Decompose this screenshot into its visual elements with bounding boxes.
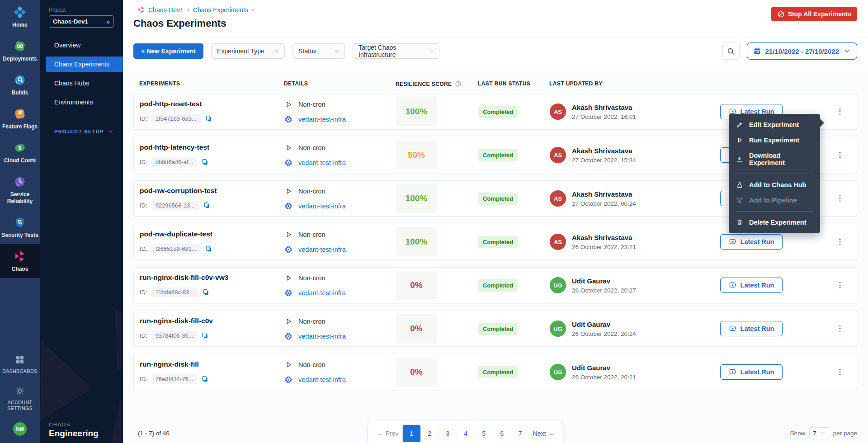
latest-run-button[interactable]: Latest Run (720, 364, 783, 380)
avatar[interactable]: AS (550, 190, 566, 207)
menu-item-1-label: Run Experiment (749, 137, 799, 144)
row-menu-button[interactable] (833, 105, 847, 118)
sidebar-item-3[interactable]: Environments (40, 94, 123, 110)
module-1-icon (14, 40, 26, 52)
experiment-cell-3: pod-nw-duplicate-test ID: f26651d9-681..… (134, 230, 281, 254)
avatar[interactable]: UG (550, 277, 566, 293)
sidebar-item-account-settings[interactable]: ACCOUNT SETTINGS (0, 380, 40, 417)
resilience-score-info-icon[interactable] (455, 80, 462, 87)
sidebar-item-1[interactable]: Chaos Experiments (46, 57, 123, 72)
sidebar-module-3[interactable]: Feature Flags (0, 102, 40, 136)
page-button-3[interactable]: 4 (457, 425, 475, 442)
latest-run-button[interactable]: Latest Run (720, 234, 783, 250)
target-infrastructure-filter[interactable]: Target Chaos Infrastructure (353, 43, 439, 59)
avatar[interactable]: UG (550, 320, 566, 337)
score-cell-0: 100% (393, 97, 476, 126)
row-menu-button[interactable] (833, 148, 847, 162)
project-expand-icon[interactable]: » (106, 18, 110, 25)
latest-run-button[interactable]: Latest Run (720, 278, 783, 293)
kubernetes-icon (284, 245, 292, 254)
user-name: Akash Shrivastava (572, 147, 636, 155)
next-page-button[interactable]: Next → (529, 425, 558, 442)
project-selector[interactable]: Chaos-Dev1 » (49, 15, 114, 28)
latest-run-button[interactable]: Latest Run (720, 321, 783, 336)
sidebar-item-dashboards[interactable]: DASHBOARDS (0, 349, 40, 380)
infrastructure-link[interactable]: vedant-test-infra (298, 203, 346, 210)
row-menu-button[interactable] (833, 322, 847, 335)
status-filter[interactable]: Status (292, 43, 345, 59)
experiment-name[interactable]: run-nginx-disk-fill-c0v-vw3 (140, 273, 281, 282)
dashboards-icon (14, 354, 25, 365)
infrastructure-link[interactable]: vedant-test-infra (298, 116, 346, 123)
copy-icon[interactable] (205, 245, 212, 253)
infrastructure-link[interactable]: vedant-test-infra (298, 333, 346, 340)
avatar[interactable]: AS (550, 104, 566, 120)
experiment-name[interactable]: run-nginx-disk-fill (140, 360, 281, 368)
row-menu-button[interactable] (833, 235, 847, 249)
menu-item-1[interactable]: Run Experiment (729, 132, 820, 148)
infrastructure-link[interactable]: vedant-test-infra (298, 159, 346, 166)
infrastructure-link[interactable]: vedant-test-infra (298, 246, 346, 253)
experiment-name[interactable]: pod-nw-duplicate-test (140, 230, 281, 238)
sidebar-module-6[interactable]: Security Tests (0, 210, 40, 244)
sidebar-item-0[interactable]: Overview (40, 38, 123, 53)
page-button-0[interactable]: 1 (403, 425, 421, 442)
breadcrumb-project-link[interactable]: Chaos-Dev1 (148, 6, 184, 14)
sidebar-module-0[interactable]: Home (0, 0, 40, 34)
prev-page-button[interactable]: ← Prev (374, 425, 403, 442)
experiment-name[interactable]: pod-http-latency-test (140, 143, 281, 151)
sidebar-module-1[interactable]: Deployments (0, 34, 40, 68)
kubernetes-icon (284, 115, 292, 123)
infrastructure-link[interactable]: vedant-test-infra (298, 376, 346, 383)
experiment-name[interactable]: pod-nw-corruption-test (140, 187, 281, 195)
page-button-4[interactable]: 5 (475, 425, 493, 442)
avatar[interactable]: UG (550, 364, 566, 380)
copy-icon[interactable] (201, 332, 209, 339)
row-menu-button[interactable] (833, 192, 847, 205)
stop-all-experiments-button[interactable]: Stop All Experiments (771, 7, 857, 21)
page-numbers: 1234567 (403, 425, 529, 442)
project-setup-section[interactable]: PROJECT SETUP (40, 119, 123, 135)
page-button-6[interactable]: 7 (511, 425, 529, 442)
status-badge: Completed (478, 193, 518, 205)
copy-icon[interactable] (201, 158, 209, 166)
per-page-select[interactable]: 7 (809, 427, 829, 439)
page-button-2[interactable]: 3 (439, 425, 457, 442)
sidebar-item-2[interactable]: Chaos Hubs (40, 75, 123, 91)
new-experiment-button[interactable]: + New Experiment (133, 43, 203, 59)
experiment-name[interactable]: pod-http-reset-test (140, 100, 281, 108)
menu-item-2[interactable]: Download Experiment (729, 148, 820, 170)
sidebar-module-7[interactable]: Chaos (0, 244, 40, 278)
copy-icon[interactable] (201, 375, 209, 383)
sidebar-module-5[interactable]: Service Reliability (0, 170, 40, 210)
date-range-picker[interactable]: 21/10/2022 - 27/10/2022 (747, 42, 857, 60)
infrastructure-link[interactable]: vedant-test-infra (298, 289, 346, 297)
resilience-score-value: 0% (396, 314, 437, 343)
score-cell-3: 100% (393, 227, 476, 256)
copy-icon[interactable] (203, 202, 211, 209)
user-cell-0: AS Akash Shrivastava 27 October 2022, 16… (547, 104, 715, 120)
sidebar-item-2-label: Chaos Hubs (54, 80, 89, 87)
menu-item-0[interactable]: Edit Experiment (729, 117, 820, 132)
search-button[interactable] (722, 42, 740, 60)
experiment-cell-1: pod-http-latency-test ID: db8d6a46-af... (134, 143, 281, 167)
experiment-type-filter[interactable]: Experiment Type (211, 43, 285, 59)
user-avatar[interactable]: NM (13, 422, 27, 436)
breadcrumb-page-link[interactable]: Chaos Experiments (193, 6, 248, 14)
updated-timestamp: 26 October 2022, 23:21 (572, 244, 636, 250)
id-prefix: ID: (140, 376, 147, 382)
copy-icon[interactable] (202, 288, 210, 296)
sidebar-module-2[interactable]: Builds (0, 68, 40, 102)
experiment-name[interactable]: run-nginx-disk-fill-c0v (140, 317, 281, 325)
page-button-1[interactable]: 2 (421, 425, 439, 442)
row-menu-button[interactable] (833, 365, 847, 379)
page-button-5[interactable]: 6 (493, 425, 511, 442)
avatar[interactable]: AS (550, 147, 566, 163)
menu-item-3[interactable]: Add to Chaos Hub (729, 177, 820, 193)
copy-icon[interactable] (205, 115, 212, 123)
sidebar-item-1-label: Chaos Experiments (54, 61, 109, 68)
avatar[interactable]: AS (550, 234, 566, 250)
sidebar-module-4[interactable]: $ Cloud Costs (0, 136, 40, 170)
menu-item-5[interactable]: Delete Experiment (729, 215, 820, 230)
row-menu-button[interactable] (833, 278, 847, 292)
